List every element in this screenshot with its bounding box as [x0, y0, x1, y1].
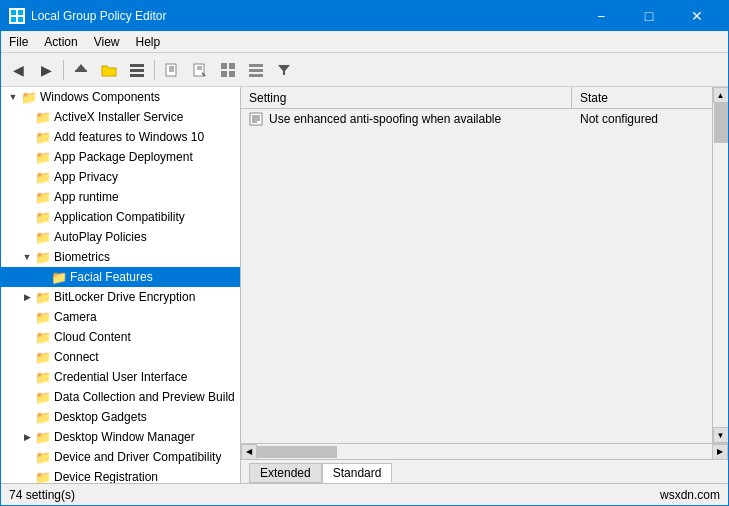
tree-item-devicedriver[interactable]: 📁 Device and Driver Compatibility [1, 447, 240, 467]
tree-label-datacollection: Data Collection and Preview Build [54, 390, 235, 404]
tree-item-apppackage[interactable]: 📁 App Package Deployment [1, 147, 240, 167]
expander-bitlocker[interactable]: ▶ [19, 289, 35, 305]
status-count: 74 setting(s) [9, 488, 75, 502]
tree-label-credui: Credential User Interface [54, 370, 187, 384]
main-window: Local Group Policy Editor − □ ✕ File Act… [0, 0, 729, 506]
folder-icon-appruntime: 📁 [35, 189, 51, 205]
tree-label-addfeatures: Add features to Windows 10 [54, 130, 204, 144]
svg-rect-9 [166, 64, 176, 76]
toolbar-sep-2 [154, 60, 155, 80]
expander-datacollection [19, 389, 35, 405]
toolbar-back[interactable]: ◀ [5, 57, 31, 83]
tree-label-desktopgadgets: Desktop Gadgets [54, 410, 147, 424]
scroll-up-arrow[interactable]: ▲ [713, 87, 729, 103]
expander-activex [19, 109, 35, 125]
toolbar-forward[interactable]: ▶ [33, 57, 59, 83]
table-inner: Setting State [241, 87, 712, 443]
toolbar-up[interactable] [68, 57, 94, 83]
toolbar-folder[interactable] [96, 57, 122, 83]
tree-item-camera[interactable]: 📁 Camera [1, 307, 240, 327]
svg-rect-25 [250, 113, 262, 125]
toolbar-properties[interactable] [187, 57, 213, 83]
expander-biometrics[interactable]: ▼ [19, 249, 35, 265]
table-row[interactable]: Use enhanced anti-spoofing when availabl… [241, 109, 712, 129]
tab-standard[interactable]: Standard [322, 463, 393, 483]
right-layout: Setting State [241, 87, 728, 483]
expander-appruntime [19, 189, 35, 205]
tree-item-connect[interactable]: 📁 Connect [1, 347, 240, 367]
close-button[interactable]: ✕ [674, 1, 720, 31]
tree-item-facial[interactable]: 📁 Facial Features [1, 267, 240, 287]
toolbar: ◀ ▶ [1, 53, 728, 87]
tree-item-desktopwindow[interactable]: ▶ 📁 Desktop Window Manager [1, 427, 240, 447]
menu-action[interactable]: Action [36, 31, 85, 52]
toolbar-view1[interactable] [215, 57, 241, 83]
expander-addfeatures [19, 129, 35, 145]
table-body: Use enhanced anti-spoofing when availabl… [241, 109, 712, 443]
title-text: Local Group Policy Editor [31, 9, 166, 23]
toolbar-show-hide[interactable] [124, 57, 150, 83]
menu-view[interactable]: View [86, 31, 128, 52]
tree-item-desktopgadgets[interactable]: 📁 Desktop Gadgets [1, 407, 240, 427]
minimize-button[interactable]: − [578, 1, 624, 31]
tree-item-devicereg[interactable]: 📁 Device Registration [1, 467, 240, 483]
toolbar-new[interactable] [159, 57, 185, 83]
scrollbar-horizontal[interactable]: ◀ ▶ [241, 443, 728, 459]
svg-rect-2 [11, 17, 16, 22]
tree-item-bitlocker[interactable]: ▶ 📁 BitLocker Drive Encryption [1, 287, 240, 307]
expander-devicereg [19, 469, 35, 483]
svg-rect-19 [221, 71, 227, 77]
maximize-button[interactable]: □ [626, 1, 672, 31]
scroll-down-arrow[interactable]: ▼ [713, 427, 729, 443]
tab-extended[interactable]: Extended [249, 463, 322, 483]
tree-label-devicereg: Device Registration [54, 470, 158, 483]
folder-icon-connect: 📁 [35, 349, 51, 365]
expander-root[interactable]: ▼ [5, 89, 21, 105]
scroll-thumb-v[interactable] [714, 103, 728, 143]
tree-label-cloudcontent: Cloud Content [54, 330, 131, 344]
tree-label-appprivacy: App Privacy [54, 170, 118, 184]
expander-desktopwindow[interactable]: ▶ [19, 429, 35, 445]
scroll-thumb-h[interactable] [257, 446, 337, 458]
scroll-track-h[interactable] [257, 444, 712, 459]
col-header-setting[interactable]: Setting [241, 87, 572, 108]
title-bar-left: Local Group Policy Editor [9, 8, 166, 24]
tree-item-autoplay[interactable]: 📁 AutoPlay Policies [1, 227, 240, 247]
scroll-right-arrow[interactable]: ▶ [712, 444, 728, 460]
tree-item-credui[interactable]: 📁 Credential User Interface [1, 367, 240, 387]
expander-facial [35, 269, 51, 285]
tree-label-desktopwindow: Desktop Window Manager [54, 430, 195, 444]
tree-label-biometrics: Biometrics [54, 250, 110, 264]
scroll-left-arrow[interactable]: ◀ [241, 444, 257, 460]
svg-rect-21 [249, 64, 263, 67]
toolbar-filter[interactable] [271, 57, 297, 83]
tree-item-appprivacy[interactable]: 📁 App Privacy [1, 167, 240, 187]
col-header-state[interactable]: State [572, 87, 712, 108]
main-content: ▼ 📁 Windows Components 📁 ActiveX Install… [1, 87, 728, 483]
folder-icon-autoplay: 📁 [35, 229, 51, 245]
svg-rect-4 [75, 70, 87, 72]
svg-rect-0 [11, 10, 16, 15]
expander-connect [19, 349, 35, 365]
folder-icon-datacollection: 📁 [35, 389, 51, 405]
folder-icon-addfeatures: 📁 [35, 129, 51, 145]
left-panel: ▼ 📁 Windows Components 📁 ActiveX Install… [1, 87, 241, 483]
tree-item-cloudcontent[interactable]: 📁 Cloud Content [1, 327, 240, 347]
tree-item-appruntime[interactable]: 📁 App runtime [1, 187, 240, 207]
tree-item-appcompat[interactable]: 📁 Application Compatibility [1, 207, 240, 227]
folder-icon-apppackage: 📁 [35, 149, 51, 165]
menu-file[interactable]: File [1, 31, 36, 52]
folder-icon-bitlocker: 📁 [35, 289, 51, 305]
tree-label-appruntime: App runtime [54, 190, 119, 204]
toolbar-view2[interactable] [243, 57, 269, 83]
tree-item-addfeatures[interactable]: 📁 Add features to Windows 10 [1, 127, 240, 147]
menu-help[interactable]: Help [128, 31, 169, 52]
tree-item-activex[interactable]: 📁 ActiveX Installer Service [1, 107, 240, 127]
tree-item-root[interactable]: ▼ 📁 Windows Components [1, 87, 240, 107]
tree-item-biometrics[interactable]: ▼ 📁 Biometrics [1, 247, 240, 267]
scroll-track-v[interactable] [713, 103, 728, 427]
folder-icon-cloudcontent: 📁 [35, 329, 51, 345]
scrollbar-vertical[interactable]: ▲ ▼ [712, 87, 728, 443]
folder-icon-desktopwindow: 📁 [35, 429, 51, 445]
tree-item-datacollection[interactable]: 📁 Data Collection and Preview Build [1, 387, 240, 407]
